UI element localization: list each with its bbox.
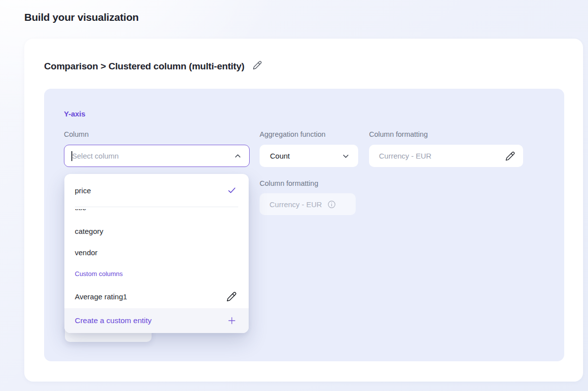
page-title: Build your visualization <box>24 11 139 23</box>
create-custom-entity-label: Create a custom entity <box>75 316 152 325</box>
pencil-icon[interactable] <box>505 151 515 161</box>
formatting-secondary-label: Column formatting <box>260 179 318 187</box>
check-icon <box>227 185 237 195</box>
dropdown-item-average-rating1[interactable]: Average rating1 <box>64 288 249 304</box>
dropdown-item-label: price <box>75 186 91 195</box>
chart-type-breadcrumb: Comparison > Clustered column (multi-ent… <box>44 61 245 72</box>
aggregation-field-label: Aggregation function <box>260 130 325 138</box>
chart-type-heading: Comparison > Clustered column (multi-ent… <box>44 61 262 72</box>
chevron-down-icon <box>341 152 350 161</box>
aggregation-value: Count <box>270 152 290 160</box>
dropdown-item-vendor[interactable]: vendor <box>64 244 249 260</box>
dropdown-item-price[interactable]: price <box>64 180 249 201</box>
build-visualization-page: Build your visualization Comparison > Cl… <box>0 0 588 391</box>
dropdown-item-clipped[interactable]: title <box>75 209 86 213</box>
column-formatting-disabled-field: Currency - EUR <box>260 193 356 215</box>
column-field-label: Column <box>64 130 89 138</box>
dropdown-item-label: vendor <box>75 248 98 257</box>
create-custom-entity-button[interactable]: Create a custom entity <box>64 308 249 333</box>
dropdown-divider <box>75 207 238 207</box>
column-dropdown-menu: price title category vendor Custom colum… <box>64 174 249 333</box>
column-formatting-field[interactable]: Currency - EUR <box>369 145 523 167</box>
formatting-field-label: Column formatting <box>369 130 428 138</box>
custom-columns-section-label: Custom columns <box>75 270 123 278</box>
dropdown-item-category[interactable]: category <box>64 223 249 239</box>
column-select-input[interactable] <box>72 152 234 160</box>
aggregation-select[interactable]: Count <box>260 145 358 167</box>
formatting-secondary-value: Currency - EUR <box>269 200 322 209</box>
pencil-icon[interactable] <box>226 291 237 302</box>
column-select[interactable] <box>64 145 250 167</box>
column-formatting-placeholder: Currency - EUR <box>379 152 431 160</box>
dropdown-item-label: category <box>75 227 104 235</box>
plus-icon <box>227 316 237 326</box>
dropdown-item-label: Average rating1 <box>75 292 127 301</box>
pencil-icon <box>253 60 262 70</box>
chevron-up-icon <box>233 152 242 161</box>
edit-chart-type-button[interactable] <box>253 60 262 70</box>
info-icon[interactable] <box>327 200 336 209</box>
y-axis-section-label: Y-axis <box>64 110 85 118</box>
